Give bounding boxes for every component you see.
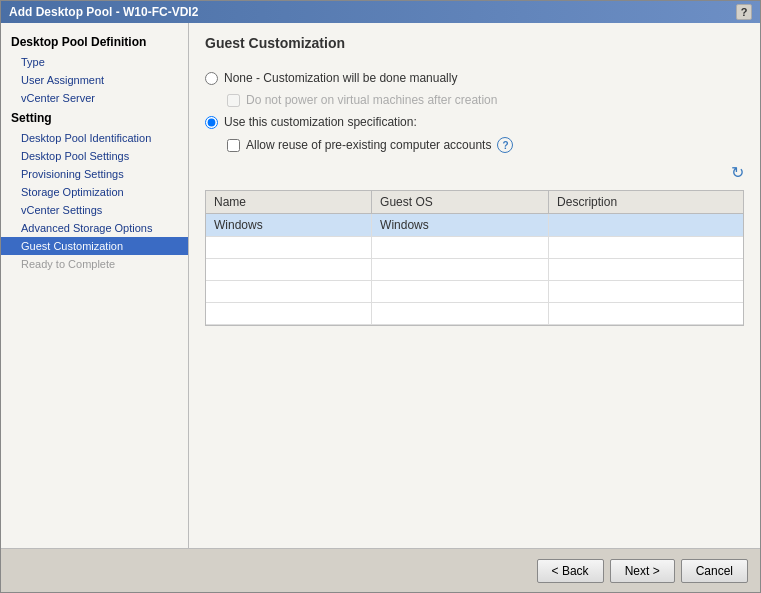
reuse-help-icon[interactable]: ? bbox=[497, 137, 513, 153]
table-row[interactable]: Windows Windows bbox=[206, 214, 743, 237]
table-row[interactable] bbox=[206, 281, 743, 303]
sidebar-item-pool-settings[interactable]: Desktop Pool Settings bbox=[1, 147, 188, 165]
refresh-icon[interactable]: ↻ bbox=[731, 163, 744, 182]
refresh-row: ↻ bbox=[205, 163, 744, 186]
checkbox-no-power-row: Do not power on virtual machines after c… bbox=[227, 93, 744, 107]
radio-none-row: None - Customization will be done manual… bbox=[205, 71, 744, 85]
radio-none-label[interactable]: None - Customization will be done manual… bbox=[224, 71, 457, 85]
window-title: Add Desktop Pool - W10-FC-VDI2 bbox=[9, 5, 198, 19]
sidebar-item-provisioning-settings[interactable]: Provisioning Settings bbox=[1, 165, 188, 183]
spec-table: Name Guest OS Description Windows Window… bbox=[206, 191, 743, 325]
main-window: Add Desktop Pool - W10-FC-VDI2 ? Desktop… bbox=[0, 0, 761, 593]
radio-use-spec[interactable] bbox=[205, 116, 218, 129]
radio-none[interactable] bbox=[205, 72, 218, 85]
title-bar: Add Desktop Pool - W10-FC-VDI2 ? bbox=[1, 1, 760, 23]
checkbox-no-power[interactable] bbox=[227, 94, 240, 107]
sidebar-item-storage-optimization[interactable]: Storage Optimization bbox=[1, 183, 188, 201]
checkbox-no-power-label: Do not power on virtual machines after c… bbox=[246, 93, 497, 107]
checkbox-reuse-row: Allow reuse of pre-existing computer acc… bbox=[227, 137, 744, 153]
table-row[interactable] bbox=[206, 259, 743, 281]
checkbox-reuse[interactable] bbox=[227, 139, 240, 152]
cancel-button[interactable]: Cancel bbox=[681, 559, 748, 583]
sidebar-item-ready-to-complete: Ready to Complete bbox=[1, 255, 188, 273]
checkbox-reuse-label[interactable]: Allow reuse of pre-existing computer acc… bbox=[246, 138, 491, 152]
sidebar-section-definition: Desktop Pool Definition bbox=[1, 31, 188, 53]
sidebar-item-advanced-storage[interactable]: Advanced Storage Options bbox=[1, 219, 188, 237]
col-guest-os: Guest OS bbox=[372, 191, 549, 214]
back-button[interactable]: < Back bbox=[537, 559, 604, 583]
footer: < Back Next > Cancel bbox=[1, 548, 760, 592]
table-row[interactable] bbox=[206, 303, 743, 325]
cell-name: Windows bbox=[206, 214, 372, 237]
help-button[interactable]: ? bbox=[736, 4, 752, 20]
next-button[interactable]: Next > bbox=[610, 559, 675, 583]
radio-use-spec-label[interactable]: Use this customization specification: bbox=[224, 115, 417, 129]
sidebar-item-vcenter-settings[interactable]: vCenter Settings bbox=[1, 201, 188, 219]
col-name: Name bbox=[206, 191, 372, 214]
cell-guest-os: Windows bbox=[372, 214, 549, 237]
sidebar-item-guest-customization[interactable]: Guest Customization bbox=[1, 237, 188, 255]
sidebar-item-vcenter-server[interactable]: vCenter Server bbox=[1, 89, 188, 107]
main-content: Desktop Pool Definition Type User Assign… bbox=[1, 23, 760, 548]
sidebar: Desktop Pool Definition Type User Assign… bbox=[1, 23, 189, 548]
sidebar-item-user-assignment[interactable]: User Assignment bbox=[1, 71, 188, 89]
content-area: Guest Customization None - Customization… bbox=[189, 23, 760, 548]
table-row[interactable] bbox=[206, 237, 743, 259]
content-title: Guest Customization bbox=[205, 35, 744, 57]
customization-table: Name Guest OS Description Windows Window… bbox=[205, 190, 744, 326]
cell-description bbox=[549, 214, 743, 237]
col-description: Description bbox=[549, 191, 743, 214]
sidebar-item-type[interactable]: Type bbox=[1, 53, 188, 71]
sidebar-item-pool-identification[interactable]: Desktop Pool Identification bbox=[1, 129, 188, 147]
radio-use-spec-row: Use this customization specification: bbox=[205, 115, 744, 129]
sidebar-section-setting: Setting bbox=[1, 107, 188, 129]
